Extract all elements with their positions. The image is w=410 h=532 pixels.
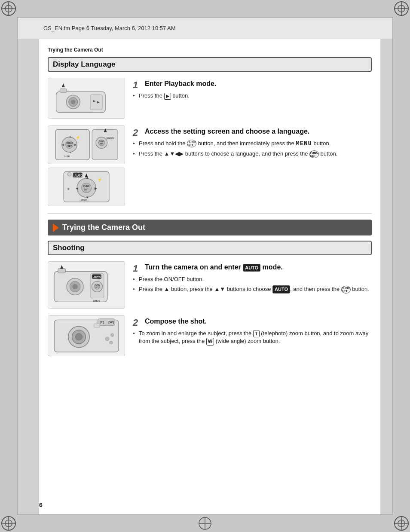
shoot-step2-num: 2 <box>133 318 138 327</box>
shoot-step2-title: Compose the shot. <box>145 317 372 326</box>
svg-text:FUNC: FUNC <box>83 185 90 188</box>
corner-mark-tl <box>0 0 17 17</box>
svg-text:SET: SET <box>67 145 72 147</box>
step2-images: DISP. FUNC SET ▲ ▼ ◀ ▶ ⚡ <box>48 125 125 206</box>
right-strip <box>380 18 392 514</box>
svg-text:▼: ▼ <box>69 151 72 154</box>
shoot-step1-bullet-2: Press the ▲ button, press the ▲▼ buttons… <box>133 285 372 294</box>
step1-title: Enter Playback mode. <box>145 79 372 89</box>
header-bar: GS_EN.fm Page 6 Tuesday, March 6, 2012 1… <box>18 18 392 39</box>
main-content: Trying the Camera Out Display Language <box>39 39 380 514</box>
svg-text:AUTO: AUTO <box>74 174 83 177</box>
corner-mark-br <box>393 515 410 532</box>
step1-images: ▶ <box>48 78 125 119</box>
step2-num: 2 <box>133 128 138 138</box>
svg-text:⚡: ⚡ <box>76 135 80 141</box>
wide-icon: W <box>206 338 214 345</box>
menu-text-icon: MENU <box>296 140 312 147</box>
svg-text:☀: ☀ <box>67 187 70 192</box>
page-background: GS_EN.fm Page 6 Tuesday, March 6, 2012 1… <box>17 17 393 515</box>
svg-text:DISP.: DISP. <box>93 300 100 303</box>
corner-mark-tr <box>393 0 410 17</box>
step2-title: Access the setting screen and choose a l… <box>145 127 372 136</box>
left-strip <box>18 18 39 514</box>
accent-triangle <box>53 223 59 232</box>
trying-camera-out-header: Trying the Camera Out <box>48 220 372 235</box>
svg-text:SET: SET <box>100 143 104 145</box>
camera-image-2b: DISP. AUTO FUNC SET ▲ ▼ <box>48 168 125 206</box>
camera-image-shoot1: DISP. AUTO FUNC SET <box>48 261 125 309</box>
svg-marker-24 <box>62 83 65 87</box>
shoot-step1-row: DISP. AUTO FUNC SET 1 T <box>48 261 372 309</box>
svg-text:FUNC: FUNC <box>99 141 104 143</box>
bottom-center-mark <box>196 515 214 532</box>
step2-content: 2 Access the setting screen and choose a… <box>133 125 372 206</box>
shoot-step1-title: Turn the camera on and enter AUTO mode. <box>145 263 372 272</box>
camera-image-1: ▶ <box>48 78 125 119</box>
svg-rect-25 <box>90 95 102 110</box>
shoot-step2-content: 2 Compose the shot. To zoom in and enlar… <box>133 315 372 356</box>
step2-row: DISP. FUNC SET ▲ ▼ ◀ ▶ ⚡ <box>48 125 372 206</box>
svg-text:SET: SET <box>84 188 89 191</box>
shoot-step2-images: [T] [W] <box>48 315 125 356</box>
svg-text:▼: ▼ <box>86 196 89 199</box>
shoot-step1-content: 1 Turn the camera on and enter AUTO mode… <box>133 261 372 309</box>
step1-bullet-1: Press the ▶ button. <box>133 92 372 100</box>
shoot-step2-row: [T] [W] <box>48 315 372 356</box>
svg-text:FUNC: FUNC <box>67 142 73 144</box>
svg-text:SET: SET <box>95 287 99 289</box>
svg-point-67 <box>72 284 77 289</box>
auto-badge: AUTO <box>243 264 260 272</box>
breadcrumb: Trying the Camera Out <box>48 47 372 53</box>
display-language-header: Display Language <box>48 57 372 72</box>
step1-content: 1 Enter Playback mode. Press the ▶ butto… <box>133 78 372 119</box>
svg-point-87 <box>105 337 109 341</box>
svg-point-83 <box>75 333 82 340</box>
shoot-step2-bullet-1: To zoom in and enlarge the subject, pres… <box>133 330 372 345</box>
step2-bullet-2: Press the ▲▼◀▶ buttons to choose a langu… <box>133 150 372 158</box>
header-text: GS_EN.fm Page 6 Tuesday, March 6, 2012 1… <box>43 25 176 31</box>
camera-image-shoot2: [T] [W] <box>48 315 125 356</box>
step2-bullet-1: Press and hold the FUNCSET button, and t… <box>133 140 372 148</box>
shoot-step1-num: 1 <box>133 264 138 273</box>
shooting-header: Shooting <box>48 241 372 255</box>
camera-image-2a: DISP. FUNC SET ▲ ▼ ◀ ▶ ⚡ <box>48 125 125 164</box>
func-set-icon-3: FUNCSET <box>341 286 351 294</box>
svg-rect-23 <box>60 89 67 92</box>
playback-button-icon: ▶ <box>164 93 171 100</box>
svg-point-89 <box>110 341 113 344</box>
telephoto-icon: T <box>253 330 260 337</box>
svg-rect-63 <box>58 269 66 273</box>
shoot-step1-images: DISP. AUTO FUNC SET <box>48 261 125 309</box>
svg-text:◀: ◀ <box>76 187 79 190</box>
svg-text:[W]: [W] <box>108 320 114 324</box>
svg-text:DISP.: DISP. <box>64 155 70 158</box>
svg-text:[T]: [T] <box>100 320 104 324</box>
svg-point-22 <box>71 100 76 104</box>
func-set-icon-2: FUNCSET <box>309 150 319 158</box>
step1-row: ▶ 1 Enter Playback mode. Press the ▶ but… <box>48 78 372 119</box>
svg-text:⚡: ⚡ <box>98 177 102 183</box>
shoot-step1-bullet-1: Press the ON/OFF button. <box>133 275 372 283</box>
auto-badge-2: AUTO <box>272 285 290 294</box>
svg-marker-64 <box>60 265 63 269</box>
svg-text:▲: ▲ <box>69 135 72 138</box>
svg-text:▶: ▶ <box>95 187 98 190</box>
svg-text:MENU: MENU <box>107 137 115 140</box>
svg-text:FUNC: FUNC <box>95 284 100 287</box>
trying-camera-out-title: Trying the Camera Out <box>62 223 145 232</box>
section-divider <box>48 213 372 214</box>
svg-text:AUTO: AUTO <box>93 275 101 278</box>
step1-num: 1 <box>133 80 138 90</box>
func-set-icon: FUNCSET <box>187 140 196 147</box>
page-number: 6 <box>39 501 43 508</box>
shooting-title: Shooting <box>53 244 85 252</box>
svg-point-88 <box>110 333 113 336</box>
display-language-title: Display Language <box>53 60 115 69</box>
svg-point-50 <box>67 173 71 177</box>
corner-mark-bl <box>0 515 17 532</box>
